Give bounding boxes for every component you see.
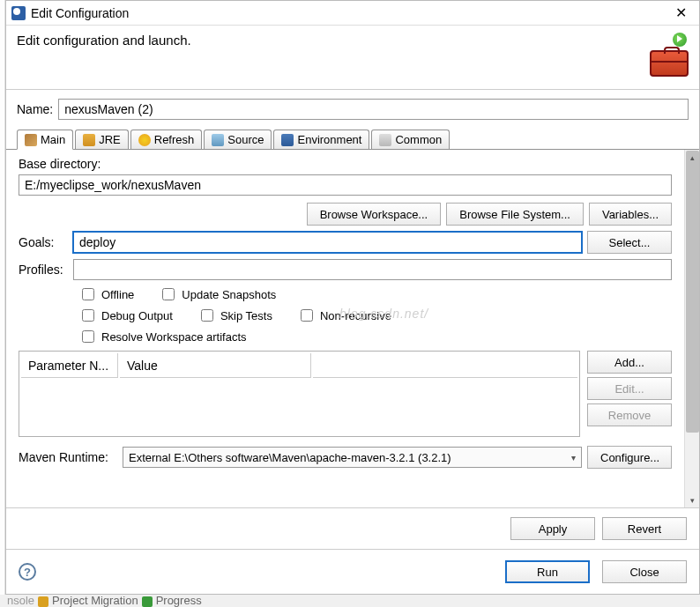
chevron-down-icon: ▾ (571, 453, 576, 463)
name-row: Name: (6, 90, 699, 125)
scrollbar[interactable]: ▴ ▾ (684, 150, 699, 507)
maven-runtime-label: Maven Runtime: (19, 450, 117, 464)
profiles-input[interactable] (73, 259, 672, 280)
dialog-header: Edit configuration and launch. (6, 26, 699, 90)
non-recursive-checkbox[interactable]: Non-recursive (297, 307, 391, 324)
col-parameter-name: Parameter N... (21, 353, 118, 378)
apply-revert-bar: Apply Revert (6, 507, 699, 549)
window-title: Edit Configuration (31, 6, 129, 20)
header-icons (650, 33, 689, 77)
background-tabs: nsole Project Migration Progress (0, 595, 700, 607)
titlebar: Edit Configuration ✕ (6, 1, 699, 26)
run-icon (673, 33, 687, 47)
parameters-table[interactable]: Parameter N... Value (19, 351, 580, 437)
goals-input[interactable] (73, 232, 582, 253)
tab-source[interactable]: Source (204, 130, 272, 149)
tab-refresh[interactable]: Refresh (130, 130, 203, 149)
close-icon[interactable]: ✕ (668, 3, 694, 23)
revert-button[interactable]: Revert (602, 517, 687, 540)
name-label: Name: (17, 102, 53, 116)
select-button[interactable]: Select... (587, 231, 672, 254)
main-icon (25, 134, 37, 146)
edit-config-dialog: Edit Configuration ✕ Edit configuration … (5, 0, 700, 595)
refresh-icon (138, 134, 151, 146)
toolbox-icon (650, 50, 689, 77)
help-icon[interactable]: ? (19, 563, 36, 581)
run-button[interactable]: Run (505, 560, 590, 583)
progress-icon (142, 596, 153, 607)
browse-workspace-button[interactable]: Browse Workspace... (307, 203, 442, 226)
name-input[interactable] (58, 99, 689, 120)
apply-button[interactable]: Apply (510, 517, 595, 540)
dialog-footer: ? Run Close (6, 549, 699, 594)
browse-filesystem-button[interactable]: Browse File System... (446, 203, 584, 226)
remove-button[interactable]: Remove (587, 403, 672, 426)
configure-button[interactable]: Configure... (587, 446, 672, 469)
migration-icon (38, 596, 48, 607)
offline-checkbox[interactable]: Offline (78, 285, 134, 303)
maven-runtime-combo[interactable]: External E:\Others software\Maven\apache… (123, 447, 582, 468)
add-button[interactable]: Add... (587, 351, 672, 374)
jre-icon (83, 134, 95, 146)
tab-common[interactable]: Common (371, 130, 450, 149)
tab-jre[interactable]: JRE (75, 130, 129, 149)
scroll-thumb[interactable] (686, 151, 699, 433)
edit-button[interactable]: Edit... (587, 377, 672, 400)
app-icon (11, 6, 26, 20)
col-value: Value (120, 353, 311, 378)
skip-tests-checkbox[interactable]: Skip Tests (197, 307, 272, 324)
tab-bar: Main JRE Refresh Source Environment Comm… (6, 127, 699, 150)
close-button[interactable]: Close (602, 560, 687, 583)
variables-button[interactable]: Variables... (589, 203, 672, 226)
scroll-down-icon[interactable]: ▾ (686, 493, 699, 507)
environment-icon (281, 134, 294, 146)
goals-label: Goals: (19, 235, 68, 249)
tab-main[interactable]: Main (17, 130, 73, 150)
common-icon (379, 134, 391, 146)
source-icon (212, 134, 224, 146)
profiles-label: Profiles: (19, 263, 68, 277)
tab-content: Base directory: Browse Workspace... Brow… (6, 150, 699, 507)
debug-output-checkbox[interactable]: Debug Output (78, 307, 173, 324)
base-dir-label: Base directory: (19, 157, 672, 171)
scroll-up-icon[interactable]: ▴ (686, 151, 699, 164)
base-dir-input[interactable] (19, 174, 672, 196)
resolve-workspace-checkbox[interactable]: Resolve Workspace artifacts (78, 328, 247, 345)
dialog-subtitle: Edit configuration and launch. (17, 33, 650, 48)
update-snapshots-checkbox[interactable]: Update Snapshots (159, 285, 276, 303)
tab-environment[interactable]: Environment (273, 130, 369, 149)
